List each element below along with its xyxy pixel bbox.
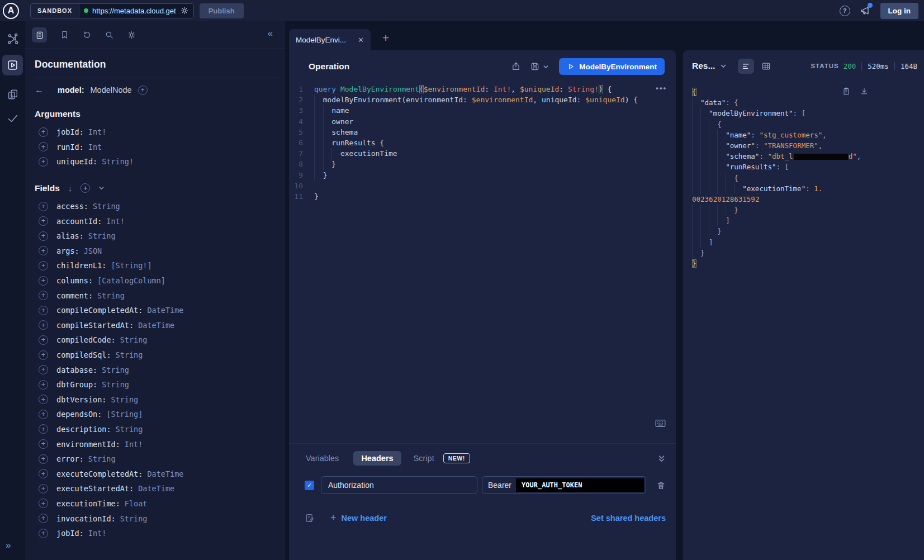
share-operation-icon[interactable] [511,61,521,72]
add-to-query-icon[interactable]: + [39,424,48,434]
response-title[interactable]: Res... [692,61,715,71]
history-icon[interactable] [82,30,92,40]
add-to-query-icon[interactable]: + [39,410,48,419]
header-value-input[interactable]: Bearer YOUR_AUTH_TOKEN [482,476,646,494]
add-to-query-icon[interactable]: + [39,365,48,374]
argument-row[interactable]: +uniqueId:String! [35,154,278,169]
argument-row[interactable]: +runId:Int [35,140,278,155]
operation-collections-icon[interactable] [7,88,19,101]
add-to-query-icon[interactable]: + [39,514,48,523]
edit-headers-icon[interactable] [305,513,315,523]
run-operation-button[interactable]: ModelByEnvironment [559,58,665,75]
field-type[interactable]: String [102,380,129,389]
argument-row[interactable]: +jobId:Int! [35,125,278,140]
tab-headers[interactable]: Headers [353,451,401,466]
endpoint-settings-gear-icon[interactable] [180,6,189,15]
field-row[interactable]: +compiledSql:String [35,348,278,363]
save-caret-icon[interactable] [543,64,549,70]
add-to-query-icon[interactable]: + [39,484,48,493]
add-to-query-icon[interactable]: + [39,499,48,508]
field-type[interactable]: Int! [88,529,107,538]
operation-tab[interactable]: ModelByEnvi... ✕ [289,29,371,50]
field-row[interactable]: +compileCompletedAt:DateTime [35,303,278,318]
field-type[interactable]: DateTime [147,469,183,478]
field-row[interactable]: +error:String [35,452,278,467]
field-type[interactable]: String [88,454,116,463]
search-icon[interactable] [105,30,114,40]
field-type[interactable]: String [116,350,143,359]
add-to-query-icon[interactable]: + [39,246,48,255]
back-arrow-icon[interactable]: ← [35,85,44,95]
field-row[interactable]: +description:String [35,422,278,437]
add-to-query-icon[interactable]: + [39,291,48,300]
delete-header-icon[interactable] [656,481,666,490]
add-to-query-icon[interactable]: + [39,216,48,226]
add-to-query-icon[interactable]: + [39,127,48,137]
add-to-query-icon[interactable]: + [39,454,48,464]
endpoint-url-box[interactable]: https://metadata.cloud.get [79,4,193,18]
operation-editor[interactable]: 1query ModelByEnvironment($environmentId… [289,84,659,202]
field-type[interactable]: DateTime [138,321,174,330]
field-type[interactable]: Float [125,499,148,508]
field-row[interactable]: +executionTime:Float [35,496,278,511]
field-type[interactable]: [String!] [111,261,151,270]
field-type[interactable]: [CatalogColumn] [97,276,165,285]
add-to-query-icon[interactable]: + [39,276,48,286]
add-to-query-icon[interactable]: + [39,469,48,478]
new-tab-icon[interactable]: + [382,31,389,45]
field-type[interactable]: Int! [106,217,125,226]
field-row[interactable]: +args:JSON [35,244,278,259]
fields-caret-icon[interactable] [98,185,105,191]
add-to-query-icon[interactable]: + [39,320,48,330]
field-row[interactable]: +dependsOn:[String] [35,407,278,422]
endpoint-url[interactable]: https://metadata.cloud.get [92,7,176,15]
field-type[interactable]: [String] [106,410,143,419]
close-tab-icon[interactable]: ✕ [358,36,364,44]
field-row[interactable]: +comment:String [35,288,278,303]
add-to-query-icon[interactable]: + [39,202,48,211]
field-row[interactable]: +environmentId:Int! [35,436,278,452]
field-row[interactable]: +compileStartedAt:DateTime [35,318,278,333]
add-to-query-icon[interactable]: + [39,529,48,538]
bookmarks-icon[interactable] [60,30,69,40]
field-type[interactable]: String [111,395,138,404]
publish-button[interactable]: Publish [200,3,244,18]
field-row[interactable]: +executeCompletedAt:DateTime [35,466,278,481]
field-type[interactable]: JSON [84,246,102,255]
login-button[interactable]: Log in [880,3,919,19]
add-all-fields-icon[interactable]: + [80,183,90,193]
field-row[interactable]: +dbtGroup:String [35,377,278,392]
field-row[interactable]: +jobId:Int! [35,526,278,541]
field-type[interactable]: String [102,366,129,374]
header-key-input[interactable]: Authorization [321,476,477,494]
checks-icon[interactable] [7,112,19,125]
collapse-panel-icon[interactable] [657,454,666,463]
add-to-query-icon[interactable]: + [39,142,48,151]
announcements-icon[interactable] [860,5,871,16]
field-row[interactable]: +compiledCode:String [35,333,278,348]
add-model-icon[interactable]: + [138,86,148,95]
field-row[interactable]: +alias:String [35,229,278,244]
field-type[interactable]: Int [88,143,102,151]
documentation-tab-icon[interactable] [32,27,47,42]
add-to-query-icon[interactable]: + [39,380,48,390]
settings-gear-icon[interactable] [127,30,136,40]
table-view-icon[interactable] [761,61,771,71]
field-type[interactable]: DateTime [138,484,174,493]
field-type[interactable]: String [88,231,116,240]
field-row[interactable]: +executeStartedAt:DateTime [35,481,278,496]
tab-variables[interactable]: Variables [306,454,339,463]
add-to-query-icon[interactable]: + [39,231,48,241]
add-to-query-icon[interactable]: + [39,395,48,404]
field-type[interactable]: String [116,425,143,434]
set-shared-headers-link[interactable]: Set shared headers [591,514,666,523]
expand-rail-icon[interactable]: » [6,540,11,551]
header-enabled-checkbox[interactable]: ✓ [305,481,314,490]
schema-graph-icon[interactable] [6,32,19,45]
add-to-query-icon[interactable]: + [39,261,48,270]
field-type[interactable]: Int! [125,440,143,449]
auth-token-value[interactable]: YOUR_AUTH_TOKEN [516,478,644,492]
add-to-query-icon[interactable]: + [39,350,48,360]
field-type[interactable]: Int! [88,127,107,136]
add-to-query-icon[interactable]: + [39,306,48,315]
